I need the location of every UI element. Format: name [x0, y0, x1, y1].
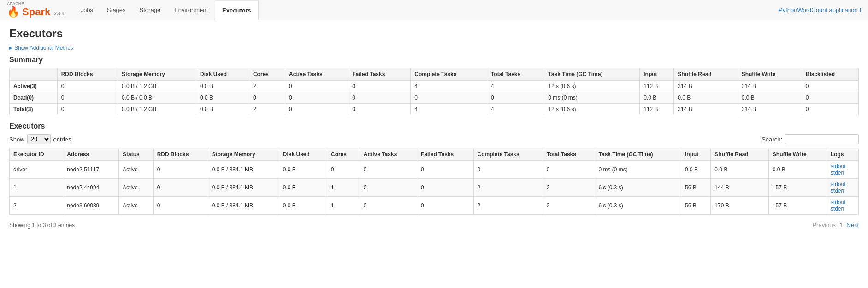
summary-row-cell: 0.0 B: [674, 92, 738, 104]
summary-row-cell: 0.0 B: [738, 92, 802, 104]
previous-page-link[interactable]: Previous: [812, 222, 836, 229]
summary-row-cell: 314 B: [738, 81, 802, 92]
summary-row-cell: 314 B: [674, 81, 738, 92]
summary-title: Summary: [9, 56, 859, 64]
summary-row-cell: 4: [487, 81, 544, 92]
nav-executors[interactable]: Executors: [215, 0, 259, 20]
summary-col-storage: Storage Memory: [118, 68, 196, 81]
summary-row-cell: 0: [285, 104, 348, 115]
summary-row-cell: 0: [285, 92, 348, 104]
log-link-stderr[interactable]: stderr: [831, 206, 855, 212]
table-cell: 157 B: [768, 197, 827, 215]
nav-environment[interactable]: Environment: [167, 0, 215, 20]
executors-section: Executors Show 102050100 entries Search:…: [9, 122, 859, 229]
log-link-stdout[interactable]: stdout: [831, 199, 855, 206]
summary-row-cell: 12 s (0.6 s): [544, 81, 640, 92]
navbar: APACHE 🔥 Spark 2.4.4 Jobs Stages Storage…: [0, 0, 868, 20]
table-cell: 0: [360, 161, 417, 179]
summary-row-cell: 0: [348, 92, 411, 104]
summary-row-cell: 2: [249, 81, 285, 92]
table-cell: 2: [543, 179, 595, 197]
table-cell: 0.0 B: [768, 161, 827, 179]
col-failed-tasks: Failed Tasks: [417, 148, 473, 161]
summary-row-cell: 314 B: [738, 104, 802, 115]
summary-row-cell: 112 B: [640, 104, 674, 115]
nav-jobs[interactable]: Jobs: [74, 0, 100, 20]
col-rdd-blocks: RDD Blocks: [153, 148, 208, 161]
col-storage-memory: Storage Memory: [208, 148, 279, 161]
log-link-stderr[interactable]: stderr: [831, 188, 855, 194]
summary-row-cell: 0: [802, 104, 858, 115]
table-cell: 0.0 B / 384.1 MB: [208, 179, 279, 197]
nav-stages[interactable]: Stages: [100, 0, 132, 20]
summary-row-cell: 4: [487, 104, 544, 115]
app-name-link[interactable]: PythonWordCount application I: [779, 6, 861, 13]
show-metrics-link[interactable]: Show Additional Metrics: [9, 45, 73, 51]
table-cell: node2:51117: [63, 161, 119, 179]
col-shuffle-read: Shuffle Read: [711, 148, 768, 161]
summary-row-label: Active(3): [10, 81, 58, 92]
summary-col-rdd: RDD Blocks: [57, 68, 118, 81]
table-cell: 0.0 B / 384.1 MB: [208, 161, 279, 179]
table-cell: 0: [327, 161, 360, 179]
summary-row: Active(3)00.0 B / 1.2 GB0.0 B2004412 s (…: [10, 81, 859, 92]
summary-row-cell: 0: [57, 81, 118, 92]
table-cell: 2: [543, 197, 595, 215]
summary-col-shuffle-write: Shuffle Write: [738, 68, 802, 81]
summary-row-cell: 4: [411, 81, 487, 92]
summary-row-label: Dead(0): [10, 92, 58, 104]
table-cell: 170 B: [711, 197, 768, 215]
log-link-stderr[interactable]: stderr: [831, 170, 855, 176]
table-cell: 0.0 B: [279, 179, 327, 197]
summary-row-cell: 4: [411, 104, 487, 115]
table-cell: 1: [327, 197, 360, 215]
table-cell: 157 B: [768, 179, 827, 197]
log-link-stdout[interactable]: stdout: [831, 181, 855, 188]
summary-col-task-time: Task Time (GC Time): [544, 68, 640, 81]
search-label: Search:: [762, 136, 782, 143]
summary-col-disk: Disk Used: [196, 68, 249, 81]
col-address: Address: [63, 148, 119, 161]
summary-row-cell: 0: [802, 81, 858, 92]
summary-row-cell: 0: [348, 104, 411, 115]
summary-row-cell: 2: [249, 104, 285, 115]
nav-storage[interactable]: Storage: [133, 0, 168, 20]
app-name: PythonWordCount application I: [779, 6, 861, 13]
col-status: Status: [119, 148, 154, 161]
entries-select[interactable]: 102050100: [27, 134, 51, 144]
summary-col-label: [10, 68, 58, 81]
summary-header-row: RDD Blocks Storage Memory Disk Used Core…: [10, 68, 859, 81]
summary-row-cell: 112 B: [640, 81, 674, 92]
summary-col-failed-tasks: Failed Tasks: [348, 68, 411, 81]
table-cell: 6 s (0.3 s): [595, 179, 681, 197]
table-cell: 0.0 B: [279, 161, 327, 179]
col-cores: Cores: [327, 148, 360, 161]
summary-col-active-tasks: Active Tasks: [285, 68, 348, 81]
next-page-link[interactable]: Next: [846, 222, 859, 229]
table-cell: 1: [327, 179, 360, 197]
summary-col-blacklisted: Blacklisted: [802, 68, 858, 81]
table-row: drivernode2:51117Active00.0 B / 384.1 MB…: [10, 161, 859, 179]
log-link-stdout[interactable]: stdout: [831, 163, 855, 170]
table-cell: Active: [119, 197, 154, 215]
summary-row-cell: 0 ms (0 ms): [544, 92, 640, 104]
table-cell: 1: [10, 179, 63, 197]
table-cell: 0 ms (0 ms): [595, 161, 681, 179]
summary-col-complete-tasks: Complete Tasks: [411, 68, 487, 81]
summary-row-cell: 0.0 B: [196, 104, 249, 115]
table-cell: 56 B: [681, 197, 711, 215]
table-cell: 56 B: [681, 179, 711, 197]
table-row: 2node3:60089Active00.0 B / 384.1 MB0.0 B…: [10, 197, 859, 215]
col-active-tasks: Active Tasks: [360, 148, 417, 161]
pagination-controls: Previous 1 Next: [812, 222, 859, 229]
table-cell: 2: [473, 179, 543, 197]
table-cell: Active: [119, 179, 154, 197]
search-input[interactable]: [785, 134, 859, 144]
table-cell: 0: [153, 179, 208, 197]
summary-row: Total(3)00.0 B / 1.2 GB0.0 B2004412 s (0…: [10, 104, 859, 115]
table-cell: driver: [10, 161, 63, 179]
summary-row-label: Total(3): [10, 104, 58, 115]
pagination-bar: Showing 1 to 3 of 3 entries Previous 1 N…: [9, 222, 859, 229]
summary-section: Summary RDD Blocks Storage Memory Disk U…: [9, 56, 859, 115]
current-page-number: 1: [839, 222, 843, 229]
